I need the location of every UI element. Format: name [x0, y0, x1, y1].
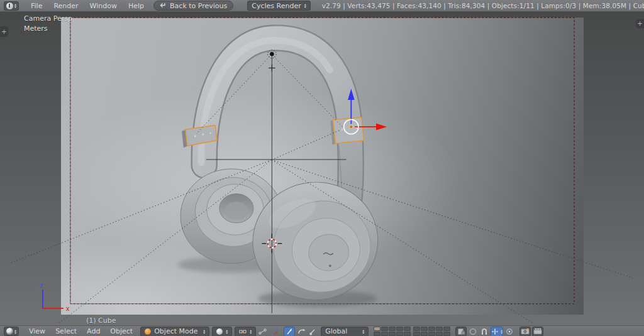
layer-cell[interactable]: [404, 332, 411, 336]
pivot-point-dropdown[interactable]: ▴▾: [235, 327, 256, 336]
layer-cell[interactable]: [428, 332, 435, 336]
viewport-header: ▴▾ View Select Add Object Object Mode ▴▾…: [0, 325, 644, 336]
layer-cell[interactable]: [389, 332, 396, 336]
dropdown-arrows-icon: ▴▾: [14, 3, 16, 8]
mode-dropdown[interactable]: Object Mode ▴▾: [140, 327, 209, 336]
manipulator-center-dot: [350, 125, 353, 128]
layer-cell[interactable]: [443, 327, 450, 331]
lock-to-scene-button[interactable]: [455, 327, 467, 336]
manipulator-toggle-button[interactable]: [272, 327, 282, 336]
layer-cell[interactable]: [381, 332, 388, 336]
toolshelf-toggle-button[interactable]: +: [0, 26, 8, 37]
pivot-point-icon: [239, 328, 247, 335]
view-name-label: Camera Persp: [24, 14, 72, 23]
layer-cell[interactable]: [436, 327, 443, 331]
axis-tripod-icon: [274, 327, 282, 335]
layer-cell[interactable]: [396, 332, 403, 336]
manipulate-center-points-toggle[interactable]: [257, 327, 267, 336]
back-button-label: Back to Previous: [170, 2, 227, 10]
render-anim-icon: [533, 328, 542, 335]
mini-axis-gizmo: z x: [40, 282, 70, 312]
proportional-edit-icon: [469, 328, 477, 335]
snap-element-dropdown[interactable]: ▴▾: [491, 327, 503, 336]
layer-cell[interactable]: [436, 332, 443, 336]
layer-buttons-group-1[interactable]: [374, 327, 411, 336]
snap-toggle-button[interactable]: [479, 327, 489, 336]
menu-add[interactable]: Add: [82, 327, 105, 335]
editor-type-button[interactable]: ▴▾: [4, 1, 19, 11]
viewport-editor-icon: [6, 328, 13, 335]
layer-cell[interactable]: [413, 327, 420, 331]
scene-lock-icon: [457, 328, 465, 335]
menu-file[interactable]: File: [25, 2, 48, 10]
transform-orientation-dropdown[interactable]: Global ▴▾: [321, 327, 369, 336]
axis-x-label: x: [66, 305, 70, 312]
layer-buttons-group-2[interactable]: [413, 327, 450, 336]
shading-solid-icon: [216, 328, 223, 335]
layer-cell[interactable]: [421, 327, 428, 331]
layer-cell[interactable]: [396, 327, 403, 331]
menu-help[interactable]: Help: [123, 2, 150, 10]
snap-align-icon: [506, 328, 513, 335]
layer-cell[interactable]: [389, 327, 396, 331]
menu-window[interactable]: Window: [84, 2, 123, 10]
layer-cell[interactable]: [413, 332, 420, 336]
dropdown-arrows-icon: ▴▾: [362, 329, 364, 334]
proportional-editing-dropdown[interactable]: [468, 327, 478, 336]
manipulator-buttons: [271, 327, 318, 336]
dropdown-arrows-icon: ▴▾: [304, 3, 306, 8]
scale-arrow-icon: [309, 328, 316, 335]
info-header: ▴▾ File Render Window Help Back to Previ…: [0, 0, 644, 12]
scene-overlay: z x: [0, 11, 644, 325]
opengl-render-still-button[interactable]: [519, 327, 531, 336]
layer-cell[interactable]: [421, 332, 428, 336]
properties-toggle-button[interactable]: +: [636, 19, 644, 28]
render-still-icon: [521, 328, 530, 335]
rotate-arc-icon: [297, 328, 305, 335]
editor-type-button-3dview[interactable]: ▴▾: [4, 327, 19, 336]
translate-arrow-icon: [286, 328, 293, 335]
headphones-model[interactable]: [177, 38, 384, 307]
dropdown-arrows-icon: ▴▾: [250, 329, 252, 334]
menu-select[interactable]: Select: [50, 327, 82, 335]
render-engine-dropdown[interactable]: Cycles Render ▴▾: [247, 1, 310, 11]
menu-render[interactable]: Render: [48, 2, 84, 10]
unit-label: Meters: [24, 24, 48, 33]
snap-target-button[interactable]: [504, 327, 514, 336]
scale-manipulator-button[interactable]: [308, 327, 318, 336]
manipulator-x-arrowhead[interactable]: [376, 124, 387, 131]
rotate-manipulator-button[interactable]: [296, 327, 306, 336]
layer-cell[interactable]: [443, 332, 450, 336]
snap-increment-icon: [491, 328, 499, 335]
menu-object[interactable]: Object: [105, 327, 138, 335]
dropdown-arrows-icon: ▴▾: [203, 329, 205, 334]
scene-statistics: v2.79 | Verts:43,475 | Faces:43,140 | Tr…: [322, 2, 644, 9]
orientation-label: Global: [325, 327, 347, 335]
center-points-icon: [258, 328, 267, 335]
back-arrow-icon: [160, 3, 167, 9]
layer-cell[interactable]: [374, 332, 380, 336]
menu-view[interactable]: View: [24, 327, 50, 335]
dropdown-arrows-icon: ▴▾: [226, 329, 228, 334]
layer-cell[interactable]: [381, 327, 388, 331]
magnet-icon: [480, 328, 488, 335]
object-mode-icon: [145, 328, 151, 335]
viewport-shading-dropdown[interactable]: ▴▾: [212, 327, 232, 336]
axis-z-label: z: [40, 282, 43, 289]
mode-label: Object Mode: [154, 327, 197, 335]
opengl-render-buttons: [518, 327, 543, 336]
layer-cell[interactable]: [404, 327, 411, 331]
layer-cell[interactable]: [428, 327, 435, 331]
dropdown-arrows-icon: ▴▾: [14, 329, 16, 334]
opengl-render-anim-button[interactable]: [532, 327, 543, 336]
info-editor-icon: [6, 3, 13, 9]
engine-label: Cycles Render: [252, 2, 301, 10]
dropdown-arrows-icon: ▴▾: [501, 329, 502, 334]
translate-manipulator-button[interactable]: [284, 327, 295, 336]
active-object-label: (1) Cube: [86, 317, 116, 325]
layer-cell-active[interactable]: [374, 327, 380, 331]
back-to-previous-button[interactable]: Back to Previous: [153, 1, 233, 11]
viewport-3d[interactable]: Camera Persp Meters (1) Cube + +: [0, 11, 644, 325]
